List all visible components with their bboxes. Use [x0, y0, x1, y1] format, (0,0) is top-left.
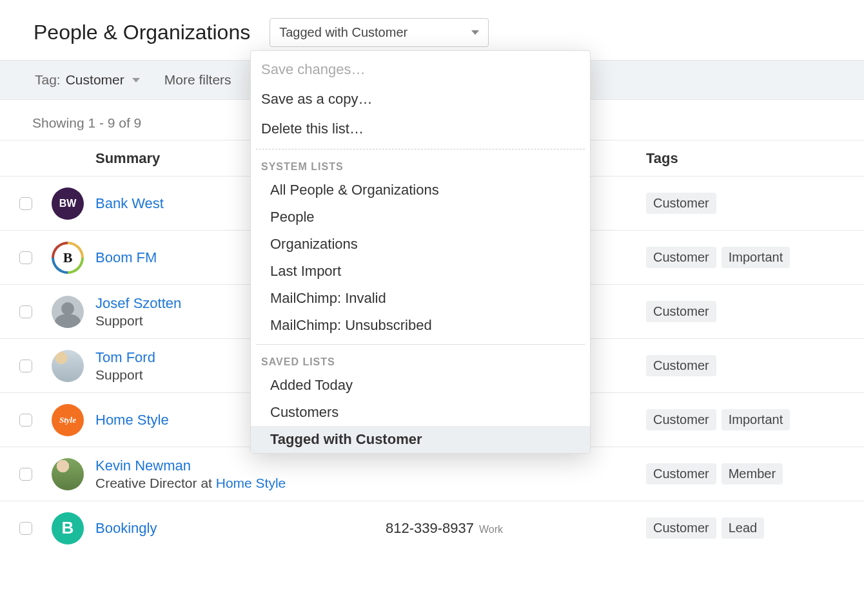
tag-chip[interactable]: Customer [646, 463, 716, 485]
chevron-down-icon [132, 78, 140, 82]
row-checkbox[interactable] [19, 251, 32, 264]
dropdown-saved-item[interactable]: Added Today [251, 372, 590, 399]
contact-subtitle: Creative Director at Home Style [95, 476, 373, 491]
dropdown-heading-system: SYSTEM LISTS [251, 155, 590, 177]
tag-chip[interactable]: Member [722, 463, 783, 485]
avatar: B [52, 512, 84, 544]
dropdown-saved-item[interactable]: Tagged with Customer [251, 426, 590, 453]
row-checkbox[interactable] [19, 522, 32, 535]
tag-chip[interactable]: Customer [646, 355, 716, 376]
list-dropdown-label: Tagged with Customer [279, 25, 407, 40]
row-checkbox[interactable] [19, 360, 32, 372]
dropdown-delete-list[interactable]: Delete this list… [251, 114, 590, 144]
avatar [52, 242, 84, 274]
avatar [52, 458, 84, 490]
row-checkbox[interactable] [19, 197, 32, 210]
dropdown-system-item[interactable]: MailChimp: Unsubscribed [251, 312, 590, 339]
tag-chip[interactable]: Lead [722, 517, 765, 539]
dropdown-system-item[interactable]: People [251, 204, 590, 231]
filter-tag[interactable]: Tag: Customer [35, 72, 140, 88]
tag-chip[interactable]: Customer [646, 301, 716, 322]
contact-name-link[interactable]: Bookingly [95, 520, 373, 537]
tag-chip[interactable]: Customer [646, 193, 716, 214]
filter-tag-label: Tag: [35, 72, 61, 88]
tag-chip[interactable]: Important [722, 409, 790, 430]
phone-type: Work [479, 524, 503, 535]
divider [256, 344, 585, 345]
tag-chip[interactable]: Customer [646, 517, 716, 539]
more-filters-button[interactable]: More filters [164, 72, 231, 88]
row-checkbox[interactable] [19, 305, 32, 318]
page-title: People & Organizations [34, 21, 250, 44]
dropdown-system-item[interactable]: Organizations [251, 231, 590, 258]
row-checkbox[interactable] [19, 414, 32, 427]
column-header-tags[interactable]: Tags [646, 150, 864, 167]
caret-down-icon [471, 30, 479, 35]
dropdown-save-copy[interactable]: Save as a copy… [251, 84, 590, 114]
dropdown-heading-saved: SAVED LISTS [251, 350, 590, 372]
dropdown-system-item[interactable]: MailChimp: Invalid [251, 285, 590, 312]
dropdown-system-item[interactable]: All People & Organizations [251, 177, 590, 204]
phone-number: 812-339-8937 [386, 520, 474, 536]
filter-tag-value: Customer [66, 72, 124, 88]
tag-chip[interactable]: Important [722, 247, 790, 268]
tag-chip[interactable]: Customer [646, 409, 716, 430]
tag-chip[interactable]: Customer [646, 247, 716, 268]
table-row: Kevin NewmanCreative Director at Home St… [0, 447, 864, 501]
row-checkbox[interactable] [19, 468, 32, 481]
dropdown-saved-item[interactable]: Customers [251, 399, 590, 426]
contact-org-link[interactable]: Home Style [216, 476, 286, 490]
list-dropdown-panel: Save changes… Save as a copy… Delete thi… [250, 50, 591, 454]
dropdown-system-item[interactable]: Last Import [251, 258, 590, 285]
dropdown-save-changes: Save changes… [251, 55, 590, 84]
table-row: BBookingly812-339-8937WorkCustomerLead [0, 501, 864, 555]
contact-name-link[interactable]: Kevin Newman [95, 457, 373, 474]
avatar: BW [52, 188, 84, 220]
list-dropdown-trigger[interactable]: Tagged with Customer [270, 18, 489, 47]
avatar [52, 296, 84, 328]
avatar: Style [52, 404, 84, 436]
divider [256, 149, 585, 149]
avatar [52, 350, 84, 382]
